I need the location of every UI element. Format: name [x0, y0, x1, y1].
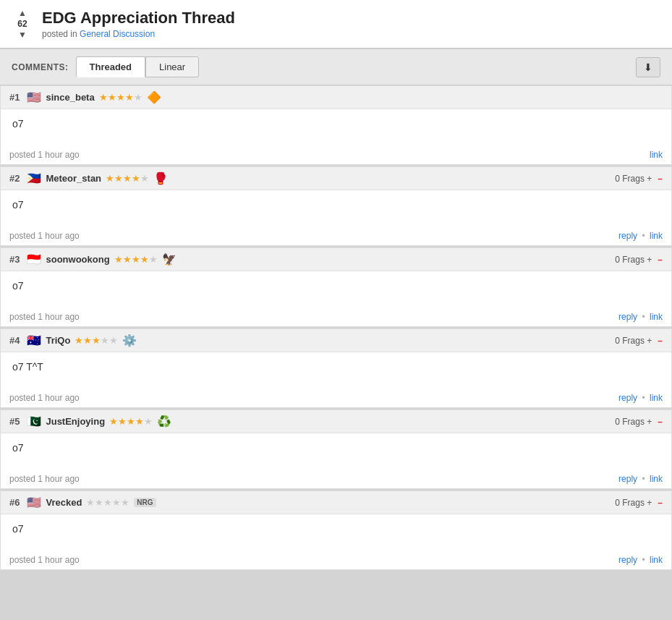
username[interactable]: Meteor_stan	[46, 173, 101, 184]
comment-number: #2	[9, 173, 20, 184]
comment-text: o7	[12, 199, 660, 211]
vote-down-button[interactable]: ▼	[18, 30, 27, 39]
frag-count: 0 Frags +	[615, 336, 652, 346]
username[interactable]: since_beta	[46, 92, 94, 103]
username[interactable]: TriQo	[46, 335, 70, 346]
vote-up-button[interactable]: ▲	[18, 9, 27, 17]
comment-body: o7	[1, 433, 671, 470]
comment-header-left: #3 🇮🇩 soonwookong ★★★★★ 🦅	[9, 252, 176, 266]
posted-time: posted 1 hour ago	[9, 393, 80, 403]
comment-body: o7	[1, 271, 671, 307]
star-rating: ★★★★★	[99, 92, 143, 103]
comment-footer: posted 1 hour ago reply • link	[1, 551, 671, 569]
comment-text: o7	[12, 118, 660, 129]
frag-minus-button[interactable]: –	[658, 336, 663, 346]
vote-count: 62	[17, 19, 27, 29]
posted-time: posted 1 hour ago	[9, 555, 80, 565]
comment-header-left: #4 🇦🇺 TriQo ★★★★★ ⚙️	[9, 334, 137, 347]
posted-time: posted 1 hour ago	[9, 312, 80, 322]
comment-header-right: 0 Frags + –	[615, 417, 663, 427]
star-rating: ★★★★★	[86, 497, 129, 508]
username[interactable]: soonwookong	[46, 254, 109, 265]
comment-number: #4	[9, 335, 20, 346]
comment-footer: posted 1 hour ago reply • link	[1, 470, 671, 488]
reply-link[interactable]: reply	[618, 231, 637, 241]
link-action[interactable]: link	[650, 150, 663, 160]
username[interactable]: Vrecked	[46, 497, 82, 508]
comment-header-left: #6 🇺🇸 Vrecked ★★★★★ NRG	[9, 496, 156, 509]
comment-header-right: 0 Frags + –	[615, 336, 663, 346]
comment-item: #3 🇮🇩 soonwookong ★★★★★ 🦅 0 Frags + – o7…	[0, 247, 672, 327]
flag-icon: 🇺🇸	[27, 90, 41, 104]
comment-header-left: #5 🇵🇰 JustEnjoying ★★★★★ ♻️	[9, 415, 171, 428]
user-badge: 🦅	[162, 252, 176, 266]
comment-header: #2 🇵🇭 Meteor_stan ★★★★★ 🥊 0 Frags + –	[1, 167, 671, 190]
comment-body: o7	[1, 514, 671, 551]
posted-in-label: posted in	[42, 29, 77, 39]
action-separator: •	[642, 393, 645, 403]
comment-item: #2 🇵🇭 Meteor_stan ★★★★★ 🥊 0 Frags + – o7…	[0, 166, 672, 246]
user-badge: 🔶	[147, 90, 161, 104]
comment-item: #5 🇵🇰 JustEnjoying ★★★★★ ♻️ 0 Frags + – …	[0, 409, 672, 489]
username[interactable]: JustEnjoying	[46, 416, 105, 427]
star-rating: ★★★★★	[106, 173, 149, 184]
vote-section: ▲ 62 ▼	[12, 9, 33, 39]
comment-number: #6	[9, 497, 20, 508]
comment-number: #5	[9, 416, 20, 427]
posted-time: posted 1 hour ago	[9, 474, 80, 484]
posted-time: posted 1 hour ago	[9, 150, 80, 160]
user-badge: 🥊	[153, 171, 168, 185]
comment-number: #3	[9, 254, 20, 265]
comment-header-right: 0 Frags + –	[615, 255, 663, 265]
comment-footer: posted 1 hour ago reply • link	[1, 388, 671, 407]
comment-header-left: #2 🇵🇭 Meteor_stan ★★★★★ 🥊	[9, 171, 168, 185]
link-action[interactable]: link	[650, 474, 663, 484]
frag-minus-button[interactable]: –	[658, 498, 663, 508]
reply-link[interactable]: reply	[618, 393, 637, 403]
comment-header: #4 🇦🇺 TriQo ★★★★★ ⚙️ 0 Frags + –	[1, 329, 671, 352]
user-badge: ⚙️	[122, 334, 137, 347]
comment-text: o7 T^T	[12, 361, 660, 373]
frag-count: 0 Frags +	[615, 417, 652, 427]
thread-title: EDG Appreciation Thread	[42, 9, 235, 27]
tab-linear[interactable]: Linear	[145, 56, 199, 77]
tab-threaded[interactable]: Threaded	[76, 56, 146, 77]
flag-icon: 🇮🇩	[27, 252, 41, 266]
star-rating: ★★★★★	[114, 254, 158, 265]
comments-list: #1 🇺🇸 since_beta ★★★★★ 🔶 o7 posted 1 hou…	[0, 85, 672, 570]
star-rating: ★★★★★	[75, 335, 118, 346]
comment-footer: posted 1 hour ago reply • link	[1, 226, 671, 245]
page-wrapper: ▲ 62 ▼ EDG Appreciation Thread posted in…	[0, 0, 672, 570]
category-link[interactable]: General Discussion	[80, 29, 155, 39]
thread-subtitle: posted in General Discussion	[42, 29, 235, 39]
user-badge: ♻️	[157, 415, 171, 428]
comment-actions: reply • link	[618, 555, 663, 565]
posted-time: posted 1 hour ago	[9, 231, 80, 241]
flag-icon: 🇵🇭	[27, 171, 41, 185]
link-action[interactable]: link	[650, 555, 663, 565]
link-action[interactable]: link	[650, 393, 663, 403]
comment-header: #3 🇮🇩 soonwookong ★★★★★ 🦅 0 Frags + –	[1, 248, 671, 271]
link-action[interactable]: link	[650, 231, 663, 241]
star-rating: ★★★★★	[109, 416, 153, 427]
comments-label: COMMENTS:	[12, 62, 69, 72]
comment-number: #1	[9, 92, 20, 103]
comment-item: #6 🇺🇸 Vrecked ★★★★★ NRG 0 Frags + – o7 p…	[0, 491, 672, 570]
reply-link[interactable]: reply	[618, 555, 637, 565]
frag-minus-button[interactable]: –	[658, 417, 663, 427]
toolbar-left: COMMENTS: Threaded Linear	[12, 56, 199, 77]
comment-actions: reply • link	[618, 393, 663, 403]
flag-icon: 🇵🇰	[27, 415, 41, 428]
comment-actions: reply • link	[618, 231, 663, 241]
comment-footer: posted 1 hour ago link	[1, 145, 671, 164]
frag-minus-button[interactable]: –	[658, 174, 663, 184]
reply-link[interactable]: reply	[618, 312, 637, 322]
frag-minus-button[interactable]: –	[658, 255, 663, 265]
comment-header: #6 🇺🇸 Vrecked ★★★★★ NRG 0 Frags + –	[1, 491, 671, 514]
sort-button[interactable]: ⬇	[636, 57, 660, 77]
comment-text: o7	[12, 523, 660, 535]
reply-link[interactable]: reply	[618, 474, 637, 484]
comment-text: o7	[12, 280, 660, 292]
link-action[interactable]: link	[650, 312, 663, 322]
action-separator: •	[642, 555, 645, 565]
